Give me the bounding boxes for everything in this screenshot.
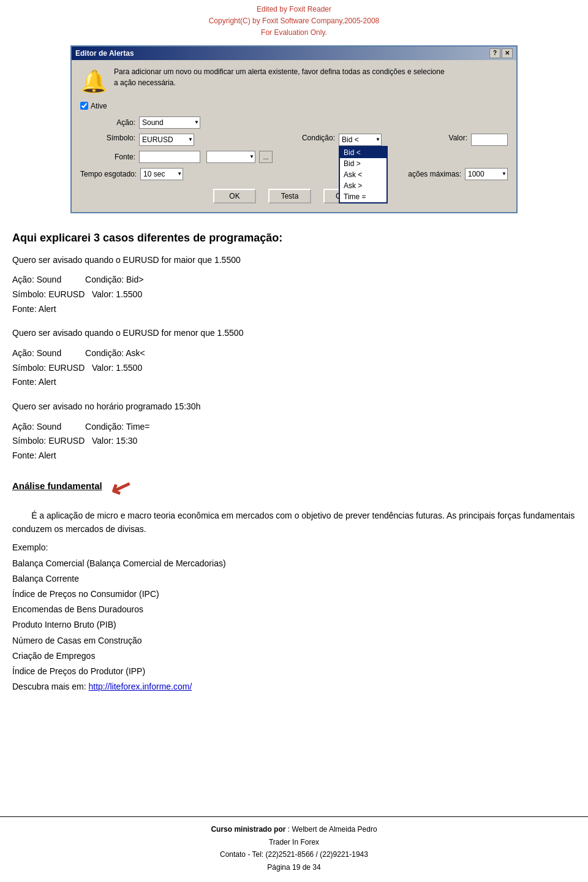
footer-curso-bold: Curso ministrado por <box>211 825 285 834</box>
case1-condicao: Condição: Bid> <box>85 275 143 284</box>
analise-para-text: É a aplicação de micro e macro teoria ec… <box>12 511 575 534</box>
example-label: Exemplo: <box>12 542 576 552</box>
dialog-body: 🔔 Para adicionar um novo ou modificar um… <box>72 60 516 212</box>
fonte-select-wrapper <box>206 151 255 163</box>
dialog-buttons: OK Testa Cancela <box>80 189 508 203</box>
list-item-7: Criação de Empregos <box>12 648 576 664</box>
titlebar-buttons: ? ✕ <box>489 48 513 58</box>
main-content: Aqui explicarei 3 casos diferentes de pr… <box>0 226 588 712</box>
list-item-5: Produto Interno Bruto (PIB) <box>12 617 576 633</box>
page-title: Aqui explicarei 3 casos diferentes de pr… <box>12 232 576 245</box>
condicao-dropdown-wrapper: Bid < Bid < Bid > Ask < Ask > Time = <box>339 134 382 146</box>
dropdown-item-time-eq[interactable]: Time = <box>340 191 386 202</box>
analise-heading-row: Análise fundamental ↙ <box>12 473 576 501</box>
simbolo-select[interactable]: EURUSD <box>139 134 194 146</box>
example-list: Balança Comercial (Balança Comercial de … <box>12 556 576 695</box>
acoes-select[interactable]: 1000 <box>465 168 508 180</box>
fonte-label: Fonte: <box>80 153 135 161</box>
info-text: Para adicionar um novo ou modificar um a… <box>114 66 445 88</box>
list-item-3: Índice de Preços no Consumidor (IPC) <box>12 587 576 602</box>
bell-icon: 🔔 <box>80 69 108 94</box>
acoes-select-wrapper: 1000 <box>465 168 508 180</box>
list-item-1: Balança Comercial (Balança Comercial de … <box>12 556 576 571</box>
fonte-input[interactable]: alert <box>139 151 200 163</box>
analise-heading: Análise fundamental <box>12 481 102 491</box>
dropdown-item-ask-lt[interactable]: Ask < <box>340 169 386 180</box>
case2-block: Ação: Sound Condição: Ask< Símbolo: EURU… <box>12 346 576 390</box>
tempo-row: Tempo esgotado: 10 sec ações máximas: 10… <box>80 168 508 180</box>
case3-block: Ação: Sound Condição: Time= Símbolo: EUR… <box>12 420 576 463</box>
footer-line2: Trader In Forex <box>0 836 588 848</box>
foxit-line1: Edited by Foxit Reader <box>0 4 588 15</box>
descubra-prefix: Descubra mais em: <box>12 682 88 691</box>
footer-page: Página 19 de 34 <box>0 861 588 873</box>
case2-fonte: Fonte: Alert <box>12 377 56 387</box>
acao-label: Ação: <box>80 118 135 127</box>
case3-valor: Valor: 15:30 <box>92 436 137 446</box>
ative-row: Ative <box>80 102 508 110</box>
dropdown-item-ask-gt[interactable]: Ask > <box>340 180 386 191</box>
case1-valor: Valor: 1.5500 <box>92 289 142 299</box>
condicao-label: Condição: <box>292 134 335 142</box>
example-label-text: Exemplo: <box>12 542 48 552</box>
case2-intro: Quero ser avisado quando o EURUSD for me… <box>12 326 576 340</box>
tempo-label: Tempo esgotado: <box>80 170 137 178</box>
case1-block: Ação: Sound Condição: Bid> Símbolo: EURU… <box>12 273 576 316</box>
footer-line3: Contato - Tel: (22)2521-8566 / (22)9221-… <box>0 848 588 861</box>
foxit-watermark: Edited by Foxit Reader Copyright(C) by F… <box>0 0 588 45</box>
case1-acao: Ação: Sound <box>12 275 61 284</box>
case2-acao: Ação: Sound <box>12 348 61 358</box>
valor-input[interactable]: 0.00 <box>471 134 508 146</box>
simbolo-label: Símbolo: <box>80 134 135 142</box>
descubra-link[interactable]: http://liteforex.informe.com/ <box>88 682 192 691</box>
case1-simbolo: Símbolo: EURUSD <box>12 289 85 299</box>
ative-label: Ative <box>91 102 107 110</box>
case3-simbolo: Símbolo: EURUSD <box>12 436 85 446</box>
acoes-label: ações máximas: <box>394 170 461 178</box>
page-footer: Curso ministrado por : Welbert de Almeid… <box>0 816 588 882</box>
close-button[interactable]: ✕ <box>502 48 513 58</box>
list-item-6: Número de Casas em Construção <box>12 633 576 648</box>
case3-acao: Ação: Sound <box>12 422 61 431</box>
info-section: 🔔 Para adicionar um novo ou modificar um… <box>80 66 508 94</box>
list-item-8: Índice de Preços do Produtor (IPP) <box>12 664 576 679</box>
analise-para: É a aplicação de micro e macro teoria ec… <box>12 509 576 536</box>
simbolo-condicao-row: Símbolo: EURUSD Condição: Bid < <box>80 134 508 146</box>
ative-checkbox[interactable] <box>80 102 88 110</box>
arrow-icon: ↙ <box>107 470 136 504</box>
simbolo-select-wrapper: EURUSD <box>139 134 194 146</box>
foxit-line3: For Evaluation Only. <box>0 27 588 39</box>
case2-simbolo: Símbolo: EURUSD <box>12 363 85 373</box>
condicao-popup: Bid < Bid > Ask < Ask > Time = <box>339 146 388 203</box>
editor-dialog: Editor de Alertas ? ✕ 🔔 Para adicionar u… <box>70 45 518 213</box>
fonte-extra-button[interactable]: ... <box>259 151 273 163</box>
list-item-2: Balança Corrente <box>12 571 576 587</box>
tempo-select[interactable]: 10 sec <box>140 168 183 180</box>
footer-line1: Curso ministrado por : Welbert de Almeid… <box>0 823 588 835</box>
case3-intro: Quero ser avisado no horário programado … <box>12 400 576 413</box>
case1-intro: Quero ser avisado quando o EURUSD for ma… <box>12 253 576 267</box>
case3-condicao: Condição: Time= <box>85 422 149 431</box>
acao-row: Ação: Sound <box>80 116 508 129</box>
help-button[interactable]: ? <box>489 48 500 58</box>
footer-curso-suffix: : Welbert de Almeida Pedro <box>288 825 377 834</box>
dialog-wrapper: Editor de Alertas ? ✕ 🔔 Para adicionar u… <box>0 45 588 226</box>
dropdown-item-bid-gt[interactable]: Bid > <box>340 158 386 169</box>
list-item-4: Encomendas de Bens Duradouros <box>12 602 576 617</box>
case2-valor: Valor: 1.5500 <box>92 363 142 373</box>
dialog-titlebar: Editor de Alertas ? ✕ <box>72 47 516 60</box>
ok-button[interactable]: OK <box>213 189 256 203</box>
condicao-select-wrapper: Bid < <box>339 134 382 146</box>
case1-fonte: Fonte: Alert <box>12 304 56 314</box>
testa-button[interactable]: Testa <box>268 189 311 203</box>
condicao-select[interactable]: Bid < <box>339 134 382 146</box>
acao-select[interactable]: Sound <box>139 116 200 129</box>
fonte-select[interactable] <box>206 151 255 163</box>
page-title-text: Aqui explicarei 3 casos diferentes de pr… <box>12 232 282 244</box>
dropdown-item-bid-lt[interactable]: Bid < <box>340 147 386 158</box>
dialog-title: Editor de Alertas <box>75 49 134 58</box>
descubra-row: Descubra mais em: http://liteforex.infor… <box>12 679 576 694</box>
valor-label: Valor: <box>440 134 467 142</box>
tempo-select-wrapper: 10 sec <box>140 168 183 180</box>
fonte-row: Fonte: alert ... <box>80 151 508 163</box>
